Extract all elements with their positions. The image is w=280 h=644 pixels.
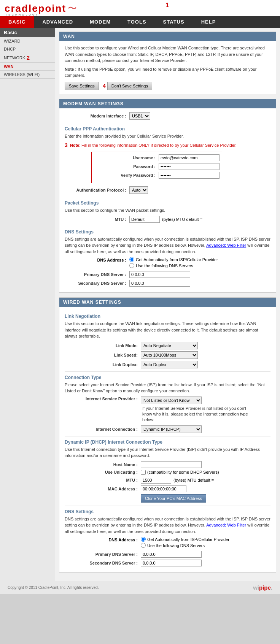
internet-conn-select[interactable]: Dynamic IP (DHCP) (141, 425, 202, 433)
isp-row: Internet Service Provider : Not Listed o… (65, 397, 270, 404)
mac-address-label: MAC Address : (65, 487, 141, 491)
annotation-3: 3 (65, 141, 68, 149)
dot-text: . (271, 584, 272, 591)
sidebar-item-wifi[interactable]: WIRELESS (WI-FI) (0, 71, 55, 79)
wired-dns-options: Get Automatically from ISP/Cellular Prov… (141, 537, 229, 549)
link-duplex-select[interactable]: Auto Duplex (141, 361, 198, 368)
sidebar-item-dhcp[interactable]: DHCP (0, 45, 55, 53)
nav-status[interactable]: STATUS (155, 16, 193, 28)
auth-protocol-select[interactable]: Auto (129, 186, 148, 194)
wired-web-filter-link[interactable]: Advanced: Web Filter (206, 523, 246, 527)
annotation-4: 4 (103, 83, 106, 89)
main-content: WAN Use this section to configure your W… (55, 28, 280, 581)
wired-dns-desc: DNS settings are automatically configure… (65, 516, 270, 535)
wired-mtu-row: MTU : (bytes) MTU default = (65, 477, 270, 484)
wan-note-prefix: Note : (65, 67, 76, 71)
wired-dns-address-label: DNS Address : (65, 537, 141, 542)
auth-protocol-label: Authentication Protocol : (65, 188, 129, 192)
wired-primary-dns-input[interactable] (141, 551, 202, 558)
wired-dns-manual-radio[interactable] (141, 543, 146, 548)
dont-save-settings-button[interactable]: Don't Save Settings (107, 82, 152, 90)
password-label: Password : (94, 164, 159, 169)
header: cradlepoint TECHNOLOGY 〜 1 (0, 0, 280, 16)
modem-wan-section: MODEM WAN SETTINGS Modem Interface : USB… (59, 99, 276, 293)
verify-password-input[interactable] (159, 172, 220, 179)
hostname-row: Host Name : (65, 461, 270, 468)
cellular-ppp-title: Cellular PPP Authentication (65, 126, 270, 132)
isp-select[interactable]: Not Listed or Don't Know (141, 397, 202, 404)
modem-dns-auto-label: Get Automatically from ISP/Cellular Prov… (136, 257, 218, 262)
modem-dns-manual-radio[interactable] (129, 263, 134, 268)
cellular-desc: Enter the information provided by your C… (65, 133, 270, 140)
logo-text: cradlepoint (5, 3, 66, 13)
modem-primary-dns-input[interactable] (129, 271, 190, 278)
dhcp-title: Dynamic IP (DHCP) Internet Connection Ty… (65, 439, 270, 445)
sidebar-item-wan[interactable]: WAN (0, 63, 55, 71)
modem-wan-header: MODEM WAN SETTINGS (59, 99, 276, 108)
password-input[interactable] (159, 163, 220, 170)
link-duplex-row: Link Duplex: Auto Duplex (65, 361, 270, 368)
nav-tools[interactable]: TOOLS (119, 16, 155, 28)
modem-dns-desc: DNS settings are automatically configure… (65, 236, 270, 255)
hostname-input[interactable] (141, 461, 202, 468)
link-duplex-label: Link Duplex: (65, 362, 141, 367)
nav-bar: BASIC ADVANCED MODEM TOOLS STATUS HELP (0, 16, 280, 28)
link-speed-row: Link Speed: Auto 10/100Mbps (65, 351, 270, 359)
cellular-note-text: Fill in the following information ONLY i… (81, 142, 237, 149)
wired-secondary-dns-input[interactable] (141, 560, 202, 566)
nav-modem[interactable]: MODEM (81, 16, 119, 28)
dhcp-desc: Use this Internet connection type if you… (65, 446, 270, 459)
wired-primary-dns-row: Primary DNS Server : (65, 551, 270, 558)
modem-dns-address-row: DNS Address : Get Automatically from ISP… (65, 257, 270, 269)
nav-advanced[interactable]: ADVANCED (34, 16, 81, 28)
logo-wave: 〜 (68, 2, 77, 14)
sidebar-title: Basic (0, 28, 55, 37)
modem-dns-auto-radio[interactable] (129, 257, 134, 262)
modem-dns-options: Get Automatically from ISP/Cellular Prov… (129, 257, 218, 269)
footer: Copyright © 2011 CradlePoint, Inc. All r… (0, 581, 280, 594)
wired-mtu-input[interactable] (141, 477, 171, 484)
verify-password-label: Verify Password : (94, 173, 159, 178)
modem-interface-select[interactable]: USB1 (129, 112, 150, 120)
isp-note-row: If your Internet Service Provider is not… (65, 406, 270, 423)
wan-note: Note : If using the PPPoE option, you wi… (65, 66, 270, 79)
wired-mtu-suffix: (bytes) MTU default = (173, 478, 214, 482)
wired-dns-auto-label: Get Automatically from ISP/Cellular Prov… (147, 537, 229, 542)
internet-conn-row: Internet Connection : Dynamic IP (DHCP) (65, 425, 270, 433)
wi-text: wi (253, 584, 259, 591)
unicasting-checkbox[interactable] (141, 470, 146, 475)
isp-note-text: If your Internet Service Provider is not… (142, 406, 256, 423)
wan-content: Use this section to configure your Wired… (59, 41, 276, 94)
annotation-1: 1 (165, 2, 169, 9)
unicasting-label: Use Unicasting : (65, 470, 141, 474)
packet-desc: Use this section to configure the WAN pa… (65, 207, 270, 214)
nav-help[interactable]: HELP (193, 16, 224, 28)
wired-dns-auto-row: Get Automatically from ISP/Cellular Prov… (141, 537, 229, 542)
link-mode-select[interactable]: Auto Negotiate (141, 342, 198, 349)
wipipe-brand: wipipe. (253, 584, 272, 591)
wired-wan-content: Link Negotiation Use this section to con… (59, 307, 276, 572)
wired-dns-auto-radio[interactable] (141, 537, 146, 542)
sidebar-item-network[interactable]: NETWORK 2 (0, 53, 55, 63)
mtu-input[interactable] (129, 216, 160, 223)
link-speed-select[interactable]: Auto 10/100Mbps (141, 351, 198, 359)
mac-address-input[interactable] (141, 485, 186, 492)
mtu-suffix: (bytes) MTU default = (162, 217, 202, 222)
cellular-note: 3 Note: Fill in the following informatio… (65, 141, 270, 149)
link-mode-row: Link Mode: Auto Negotiate (65, 342, 270, 349)
wired-primary-dns-label: Primary DNS Server : (65, 552, 141, 557)
username-row: Username : (94, 154, 220, 161)
modem-dns-address-label: DNS Address : (65, 257, 129, 262)
logo: cradlepoint TECHNOLOGY 〜 (5, 2, 77, 16)
username-input[interactable] (159, 154, 220, 161)
web-filter-link[interactable]: Advanced: Web Filter (206, 243, 246, 247)
link-neg-desc: Use this section to configure the WAN li… (65, 320, 270, 339)
modem-secondary-dns-input[interactable] (129, 280, 190, 287)
sidebar: Basic WIZARD DHCP NETWORK 2 WAN WIRELESS… (0, 28, 55, 581)
sidebar-item-wizard[interactable]: WIZARD (0, 37, 55, 45)
nav-basic[interactable]: BASIC (0, 16, 34, 28)
clone-mac-button[interactable]: Clone Your PC's MAC Address (141, 494, 206, 503)
hostname-label: Host Name : (65, 462, 141, 467)
save-settings-button[interactable]: Save Settings (65, 82, 99, 90)
modem-dns-auto-row: Get Automatically from ISP/Cellular Prov… (129, 257, 218, 262)
